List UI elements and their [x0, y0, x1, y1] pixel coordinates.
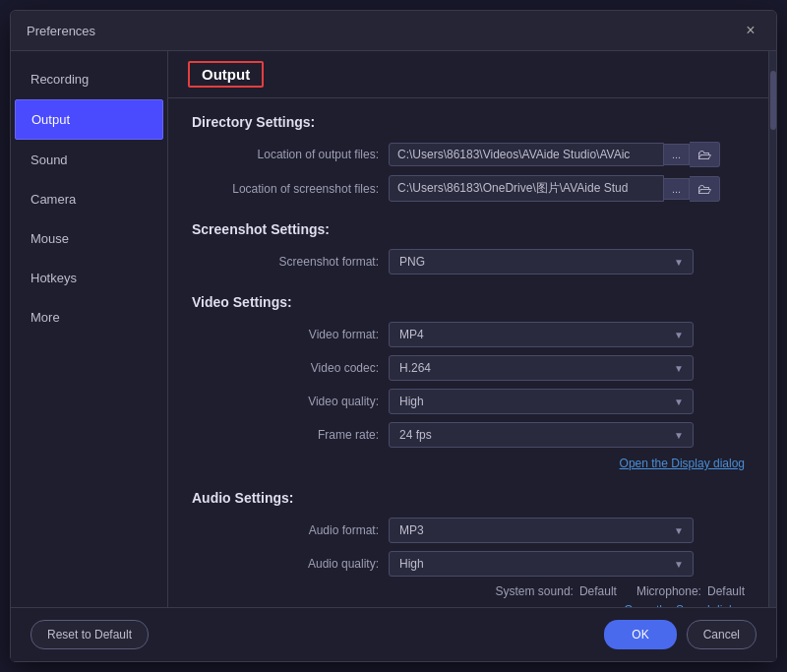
audio-quality-select[interactable]: High Medium Low: [389, 551, 694, 577]
frame-rate-row: Frame rate: 24 fps 30 fps 60 fps: [192, 422, 745, 448]
screenshot-location-input-group: C:\Users\86183\OneDrive\图片\AVAide Stud .…: [389, 175, 745, 202]
screenshot-settings-section: Screenshot Settings: Screenshot format: …: [192, 221, 745, 275]
audio-quality-select-wrapper: High Medium Low: [389, 551, 694, 577]
folder-icon: 🗁: [697, 147, 711, 162]
output-browse-folder-button[interactable]: 🗁: [690, 142, 720, 167]
sidebar-item-output[interactable]: Output: [15, 99, 163, 140]
directory-settings-section: Directory Settings: Location of output f…: [192, 114, 745, 202]
audio-format-label: Audio format:: [192, 523, 389, 537]
system-sound-value: Default: [579, 584, 617, 598]
reset-to-default-button[interactable]: Reset to Default: [30, 620, 149, 649]
dialog-body: Recording Output Sound Camera Mouse Hotk…: [11, 51, 776, 607]
sidebar: Recording Output Sound Camera Mouse Hotk…: [11, 51, 168, 607]
system-sound-label: System sound:: [496, 584, 574, 598]
video-codec-select[interactable]: H.264 H.265 VP9: [389, 355, 694, 381]
microphone-value: Default: [707, 584, 745, 598]
video-quality-label: Video quality:: [192, 395, 389, 408]
screenshot-location-label: Location of screenshot files:: [192, 182, 389, 196]
video-quality-select[interactable]: High Medium Low: [389, 389, 694, 414]
sidebar-item-more[interactable]: More: [15, 298, 163, 336]
video-format-select[interactable]: MP4 MOV AVI MKV: [389, 322, 694, 347]
screenshot-location-row: Location of screenshot files: C:\Users\8…: [192, 175, 745, 202]
frame-rate-label: Frame rate:: [192, 428, 389, 442]
screenshot-browse-dots-button[interactable]: ...: [664, 178, 690, 200]
video-format-select-wrapper: MP4 MOV AVI MKV: [389, 322, 694, 347]
sidebar-item-recording[interactable]: Recording: [15, 60, 163, 98]
sidebar-item-mouse[interactable]: Mouse: [15, 219, 163, 258]
screenshot-format-select[interactable]: PNG JPG BMP GIF: [389, 249, 694, 275]
system-sound-info: System sound: Default: [496, 584, 617, 598]
title-bar: Preferences ×: [11, 11, 776, 51]
video-format-row: Video format: MP4 MOV AVI MKV: [192, 322, 745, 347]
tab-title: Output: [188, 61, 264, 88]
video-quality-row: Video quality: High Medium Low: [192, 389, 745, 414]
video-settings-title: Video Settings:: [192, 294, 745, 310]
ok-button[interactable]: OK: [604, 620, 676, 649]
microphone-info: Microphone: Default: [636, 584, 745, 598]
audio-settings-title: Audio Settings:: [192, 490, 745, 506]
footer-right-buttons: OK Cancel: [604, 620, 757, 649]
sidebar-item-sound[interactable]: Sound: [15, 141, 163, 179]
frame-rate-select-wrapper: 24 fps 30 fps 60 fps: [389, 422, 694, 448]
screenshot-format-row: Screenshot format: PNG JPG BMP GIF: [192, 249, 745, 275]
content-area: Directory Settings: Location of output f…: [168, 98, 768, 607]
sidebar-item-hotkeys[interactable]: Hotkeys: [15, 259, 163, 297]
audio-format-select-wrapper: MP3 AAC WAV FLAC: [389, 518, 694, 543]
display-dialog-link-row: Open the Display dialog: [192, 456, 745, 470]
screenshot-browse-folder-button[interactable]: 🗁: [690, 176, 720, 202]
scrollbar-thumb: [770, 71, 776, 130]
screenshot-format-select-wrapper: PNG JPG BMP GIF: [389, 249, 694, 275]
output-path-display: C:\Users\86183\Videos\AVAide Studio\AVAi…: [389, 143, 664, 166]
screenshot-settings-title: Screenshot Settings:: [192, 221, 745, 237]
audio-quality-label: Audio quality:: [192, 557, 389, 571]
preferences-dialog: Preferences × Recording Output Sound Cam…: [10, 10, 777, 662]
audio-format-row: Audio format: MP3 AAC WAV FLAC: [192, 518, 745, 543]
scrollbar[interactable]: [768, 51, 776, 607]
folder-icon-2: 🗁: [697, 181, 711, 197]
audio-format-select[interactable]: MP3 AAC WAV FLAC: [389, 518, 694, 543]
output-location-input-group: C:\Users\86183\Videos\AVAide Studio\AVAi…: [389, 142, 745, 167]
screenshot-format-label: Screenshot format:: [192, 255, 389, 269]
screenshot-path-display: C:\Users\86183\OneDrive\图片\AVAide Stud: [389, 175, 664, 202]
tab-header: Output: [168, 51, 768, 98]
sidebar-item-camera[interactable]: Camera: [15, 180, 163, 218]
close-button[interactable]: ×: [741, 21, 760, 40]
video-codec-row: Video codec: H.264 H.265 VP9: [192, 355, 745, 381]
main-content: Output Directory Settings: Location of o…: [168, 51, 768, 607]
output-location-row: Location of output files: C:\Users\86183…: [192, 142, 745, 167]
dialog-footer: Reset to Default OK Cancel: [11, 607, 776, 661]
video-quality-select-wrapper: High Medium Low: [389, 389, 694, 414]
video-codec-select-wrapper: H.264 H.265 VP9: [389, 355, 694, 381]
output-browse-dots-button[interactable]: ...: [664, 144, 690, 165]
audio-info-row: System sound: Default Microphone: Defaul…: [192, 584, 745, 598]
video-codec-label: Video codec:: [192, 361, 389, 375]
cancel-button[interactable]: Cancel: [687, 620, 757, 649]
output-location-label: Location of output files:: [192, 148, 389, 161]
frame-rate-select[interactable]: 24 fps 30 fps 60 fps: [389, 422, 694, 448]
open-display-dialog-link[interactable]: Open the Display dialog: [620, 457, 745, 470]
microphone-label: Microphone:: [636, 584, 701, 598]
video-format-label: Video format:: [192, 328, 389, 341]
audio-settings-section: Audio Settings: Audio format: MP3 AAC WA…: [192, 490, 745, 607]
audio-quality-row: Audio quality: High Medium Low: [192, 551, 745, 577]
video-settings-section: Video Settings: Video format: MP4 MOV AV…: [192, 294, 745, 470]
directory-settings-title: Directory Settings:: [192, 114, 745, 130]
dialog-title: Preferences: [27, 24, 95, 38]
